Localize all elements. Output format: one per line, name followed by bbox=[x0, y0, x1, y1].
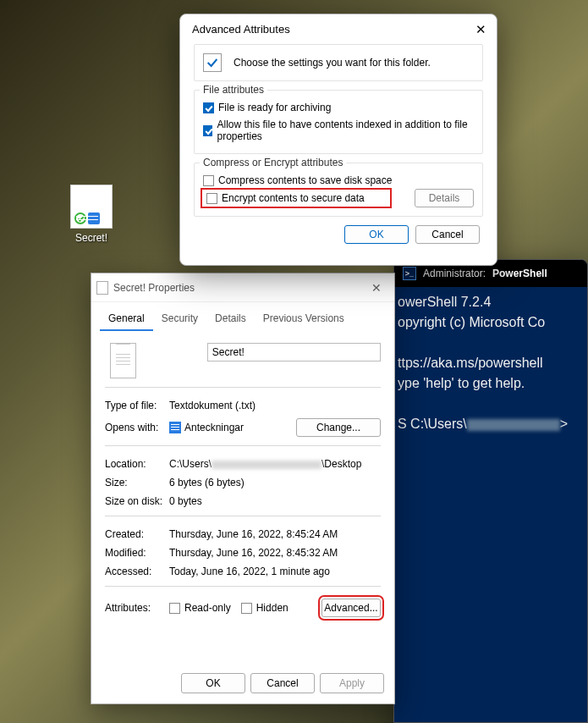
checkmark-icon bbox=[203, 53, 222, 72]
archiving-checkbox[interactable]: File is ready for archiving bbox=[203, 99, 474, 116]
close-icon[interactable]: ✕ bbox=[364, 281, 389, 295]
encrypt-checkbox[interactable]: Encrypt contents to secure data bbox=[203, 190, 389, 206]
details-button[interactable]: Details bbox=[415, 189, 474, 207]
size-value: 6 bytes (6 bytes) bbox=[169, 477, 381, 488]
checkbox-icon bbox=[203, 175, 214, 186]
created-value: Thursday, June 16, 2022, 8:45:24 AM bbox=[169, 528, 381, 540]
location-value: C:\Users\xxxxxxxxxx\Desktop bbox=[169, 458, 381, 470]
advanced-attributes-dialog[interactable]: Advanced Attributes ✕ Choose the setting… bbox=[179, 14, 497, 266]
properties-dialog[interactable]: Secret! Properties ✕ General Security De… bbox=[91, 273, 395, 704]
properties-tabs: General Security Details Previous Versio… bbox=[91, 302, 394, 331]
compress-checkbox[interactable]: Compress contents to save disk space bbox=[203, 172, 474, 189]
compress-encrypt-group: Compress or Encrypt attributes Compress … bbox=[194, 163, 483, 217]
compress-encrypt-legend: Compress or Encrypt attributes bbox=[200, 157, 346, 168]
sync-ok-icon bbox=[74, 212, 86, 224]
change-button[interactable]: Change... bbox=[296, 418, 381, 437]
checkbox-checked-icon bbox=[203, 125, 212, 136]
properties-titlebar[interactable]: Secret! Properties ✕ bbox=[91, 273, 394, 302]
powershell-icon: >_ bbox=[403, 267, 416, 280]
checkbox-checked-icon bbox=[203, 102, 214, 113]
file-large-icon bbox=[110, 343, 136, 378]
file-attributes-legend: File attributes bbox=[200, 84, 267, 96]
cancel-button[interactable]: Cancel bbox=[415, 225, 480, 244]
tab-details[interactable]: Details bbox=[206, 309, 255, 331]
file-attributes-group: File attributes File is ready for archiv… bbox=[194, 90, 483, 154]
advanced-button[interactable]: Advanced... bbox=[321, 599, 381, 617]
ok-button[interactable]: OK bbox=[344, 225, 409, 244]
notepad-overlay-icon bbox=[88, 212, 100, 224]
ok-button[interactable]: OK bbox=[181, 673, 245, 693]
advanced-intro: Choose the settings you want for this fo… bbox=[194, 44, 483, 81]
tab-security[interactable]: Security bbox=[153, 309, 206, 331]
modified-label: Modified: bbox=[105, 547, 169, 559]
powershell-terminal[interactable]: owerShell 7.2.4 opyright (c) Microsoft C… bbox=[394, 287, 587, 439]
desktop-file-label: Secret! bbox=[63, 232, 119, 244]
advanced-footer: OK Cancel bbox=[194, 225, 483, 244]
readonly-checkbox[interactable]: Read-only bbox=[169, 602, 231, 614]
attributes-label: Attributes: bbox=[105, 602, 169, 614]
type-value: Textdokument (.txt) bbox=[169, 400, 381, 411]
ps-title-app: PowerShell bbox=[492, 268, 547, 279]
modified-value: Thursday, June 16, 2022, 8:45:32 AM bbox=[169, 547, 381, 559]
tab-previous-versions[interactable]: Previous Versions bbox=[255, 309, 353, 331]
accessed-label: Accessed: bbox=[105, 566, 169, 577]
notepad-icon bbox=[169, 422, 181, 433]
filename-input[interactable] bbox=[207, 343, 381, 362]
cancel-button[interactable]: Cancel bbox=[250, 673, 315, 693]
size-label: Size: bbox=[105, 477, 169, 488]
ps-title-prefix: Administrator: bbox=[423, 268, 486, 279]
advanced-title-text: Advanced Attributes bbox=[192, 23, 290, 36]
close-icon[interactable]: ✕ bbox=[475, 23, 486, 36]
checkbox-icon bbox=[206, 193, 217, 204]
tab-general[interactable]: General bbox=[100, 309, 153, 331]
indexing-checkbox[interactable]: Allow this file to have contents indexed… bbox=[203, 116, 474, 145]
opens-with-label: Opens with: bbox=[105, 422, 169, 433]
checkbox-icon bbox=[169, 603, 180, 614]
created-label: Created: bbox=[105, 528, 169, 540]
document-icon bbox=[96, 281, 108, 295]
properties-title-text: Secret! Properties bbox=[113, 282, 195, 294]
size-on-disk-label: Size on disk: bbox=[105, 495, 169, 507]
location-label: Location: bbox=[105, 458, 169, 470]
desktop-file-icon[interactable]: Secret! bbox=[63, 185, 119, 244]
file-icon bbox=[70, 185, 113, 229]
properties-footer: OK Cancel Apply bbox=[102, 673, 384, 693]
apply-button[interactable]: Apply bbox=[320, 673, 384, 693]
accessed-value: Today, June 16, 2022, 1 minute ago bbox=[169, 566, 381, 577]
checkbox-icon bbox=[241, 603, 252, 614]
powershell-window[interactable]: >_ Administrator: PowerShell owerShell 7… bbox=[393, 259, 588, 723]
hidden-checkbox[interactable]: Hidden bbox=[241, 602, 289, 614]
type-label: Type of file: bbox=[105, 400, 169, 411]
opens-with-value: Anteckningar bbox=[169, 422, 296, 434]
advanced-titlebar[interactable]: Advanced Attributes ✕ bbox=[180, 14, 497, 42]
size-on-disk-value: 0 bytes bbox=[169, 495, 381, 507]
